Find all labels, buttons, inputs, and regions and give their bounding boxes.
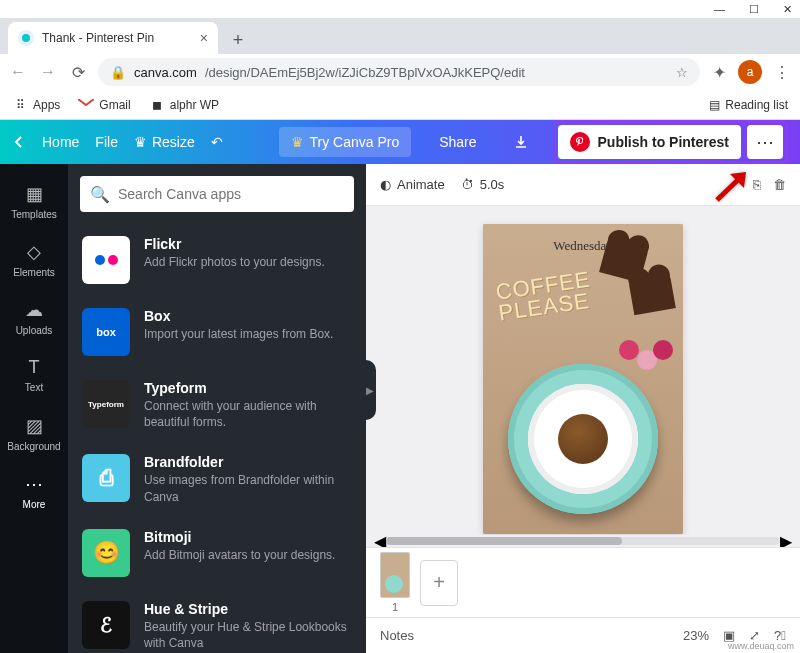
url-input[interactable]: 🔒 canva.com/design/DAEmEj5Bj2w/iZJiCbZ9T… [98, 58, 700, 86]
menu-icon[interactable]: ⋮ [772, 63, 792, 82]
new-tab-button[interactable]: + [224, 26, 252, 54]
apps-icon: ⠿ [12, 97, 28, 113]
canvas-stage[interactable]: Wednesday COFFEEPLEASE [366, 206, 800, 535]
rail-elements[interactable]: ◇Elements [0, 230, 68, 288]
minimize-icon[interactable]: — [714, 3, 725, 15]
home-link[interactable]: Home [42, 134, 79, 150]
box-icon: box [82, 308, 130, 356]
delete-page-icon[interactable]: 🗑 [773, 177, 786, 192]
add-page-button[interactable]: + [420, 560, 458, 606]
browser-tab[interactable]: Thank - Pinterest Pin × [8, 22, 218, 54]
extensions-icon[interactable]: ✦ [710, 63, 728, 81]
scroll-thumb[interactable] [386, 537, 622, 545]
download-icon[interactable] [505, 127, 537, 157]
bookmarks-bar: ⠿Apps Gmail ◼alphr WP ▤Reading list [0, 90, 800, 120]
flowers [619, 340, 679, 380]
side-panel: 🔍 FlickrAdd Flickr photos to your design… [68, 164, 366, 653]
apps-bookmark[interactable]: ⠿Apps [12, 97, 60, 113]
canva-favicon [18, 30, 34, 46]
bitmoji-icon: 😊 [82, 529, 130, 577]
file-menu[interactable]: File [95, 134, 118, 150]
lock-icon: 🔒 [110, 65, 126, 80]
try-pro-button[interactable]: ♛Try Canva Pro [279, 127, 411, 157]
reading-list[interactable]: ▤Reading list [709, 98, 788, 112]
profile-avatar[interactable]: a [738, 60, 762, 84]
rail-text[interactable]: TText [0, 346, 68, 404]
tab-close-icon[interactable]: × [200, 30, 208, 46]
coffee-cup [508, 364, 658, 514]
maximize-icon[interactable]: ☐ [749, 3, 759, 16]
duration-button[interactable]: ⏱5.0s [461, 177, 505, 192]
rail-more[interactable]: ⋯More [0, 462, 68, 520]
copy-page-icon[interactable]: ⎘ [753, 177, 761, 192]
page-thumb-1[interactable]: 1 [380, 552, 410, 613]
publish-pinterest-button[interactable]: Publish to Pinterest [558, 125, 741, 159]
zoom-level[interactable]: 23% [683, 628, 709, 643]
back-icon[interactable]: ← [8, 63, 28, 81]
reading-list-icon: ▤ [709, 98, 720, 112]
more-icon: ⋯ [25, 473, 43, 495]
share-button[interactable]: Share [427, 127, 488, 157]
search-icon: 🔍 [90, 185, 110, 204]
alphr-bookmark[interactable]: ◼alphr WP [149, 97, 219, 113]
left-rail: ▦Templates ◇Elements ☁Uploads TText ▨Bac… [0, 164, 68, 653]
app-bitmoji[interactable]: 😊BitmojiAdd Bitmoji avatars to your desi… [68, 517, 366, 589]
pages-strip: 1 + [366, 547, 800, 617]
rail-templates[interactable]: ▦Templates [0, 172, 68, 230]
app-typeform[interactable]: TypeformTypeformConnect with your audien… [68, 368, 366, 442]
typeform-icon: Typeform [82, 380, 130, 428]
brandfolder-icon: ⎙ [82, 454, 130, 502]
timer-icon: ⏱ [461, 177, 474, 192]
tab-strip: Thank - Pinterest Pin × + [0, 18, 800, 54]
text-icon: T [29, 357, 40, 378]
app-brandfolder[interactable]: ⎙BrandfolderUse images from Brandfolder … [68, 442, 366, 516]
window-controls: — ☐ ✕ [0, 0, 800, 18]
app-hue-stripe[interactable]: ℰHue & StripeBeautify your Hue & Stripe … [68, 589, 366, 653]
undo-icon[interactable]: ↶ [211, 134, 223, 150]
tab-title: Thank - Pinterest Pin [42, 31, 154, 45]
background-icon: ▨ [26, 415, 43, 437]
back-home-icon[interactable] [12, 135, 26, 149]
more-options-button[interactable]: ⋯ [747, 125, 783, 159]
design-page[interactable]: Wednesday COFFEEPLEASE [483, 224, 683, 534]
gmail-icon [78, 97, 94, 113]
attribution: www.deuaq.com [728, 641, 794, 651]
url-path: /design/DAEmEj5Bj2w/iZJiCbZ9TBplVxOAJkKE… [205, 65, 525, 80]
resize-button[interactable]: ♛Resize [134, 134, 195, 150]
pinterest-icon [570, 132, 590, 152]
chocolate-hearts [603, 242, 683, 322]
reload-icon[interactable]: ⟳ [68, 63, 88, 82]
app-box[interactable]: boxBoxImport your latest images from Box… [68, 296, 366, 368]
templates-icon: ▦ [26, 183, 43, 205]
app-flickr[interactable]: FlickrAdd Flickr photos to your designs. [68, 224, 366, 296]
canvas-area: ◐Animate ⏱5.0s ⎘ 🗑 Wednesday COFFEEPLEAS… [366, 164, 800, 653]
alphr-icon: ◼ [149, 97, 165, 113]
rail-background[interactable]: ▨Background [0, 404, 68, 462]
search-input[interactable]: 🔍 [80, 176, 354, 212]
uploads-icon: ☁ [25, 299, 43, 321]
star-icon[interactable]: ☆ [676, 65, 688, 80]
gmail-bookmark[interactable]: Gmail [78, 97, 130, 113]
close-icon[interactable]: ✕ [783, 3, 792, 16]
forward-icon: → [38, 63, 58, 81]
address-bar: ← → ⟳ 🔒 canva.com/design/DAEmEj5Bj2w/iZJ… [0, 54, 800, 90]
url-host: canva.com [134, 65, 197, 80]
notes-button[interactable]: Notes [380, 628, 414, 643]
horizontal-scrollbar[interactable]: ◀▶ [366, 535, 800, 547]
search-field[interactable] [118, 186, 344, 202]
publish-group: Publish to Pinterest ⋯ [553, 120, 788, 164]
svg-point-0 [22, 34, 30, 42]
main-area: ▦Templates ◇Elements ☁Uploads TText ▨Bac… [0, 164, 800, 653]
flickr-icon [82, 236, 130, 284]
annotation-arrow [712, 170, 752, 208]
rail-uploads[interactable]: ☁Uploads [0, 288, 68, 346]
elements-icon: ◇ [27, 241, 41, 263]
crown-icon: ♛ [134, 134, 147, 150]
crown-icon: ♛ [291, 134, 304, 150]
animate-icon: ◐ [380, 177, 391, 192]
hue-stripe-icon: ℰ [82, 601, 130, 649]
canva-toolbar: Home File ♛Resize ↶ ♛Try Canva Pro Share… [0, 120, 800, 164]
animate-button[interactable]: ◐Animate [380, 177, 445, 192]
apps-list[interactable]: FlickrAdd Flickr photos to your designs.… [68, 224, 366, 653]
